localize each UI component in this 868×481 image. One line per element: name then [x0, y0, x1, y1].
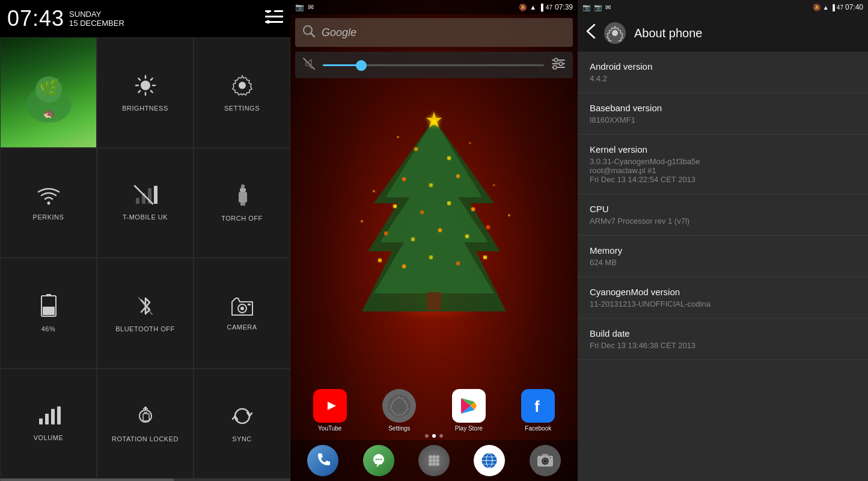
back-button[interactable] — [586, 23, 596, 43]
ap-build-date-value: Fri Dec 13 13:46:38 CET 2013 — [590, 341, 856, 350]
brightness-icon — [133, 73, 157, 101]
ap-memory[interactable]: Memory 624 MB — [578, 236, 868, 277]
svg-point-74 — [483, 256, 487, 259]
page-dot-2[interactable] — [439, 434, 443, 438]
volume-slider[interactable] — [295, 52, 573, 78]
svg-text:🌿: 🌿 — [38, 78, 59, 98]
qs-tile-bluetooth[interactable]: BLUETOOTH OFF — [97, 258, 194, 369]
svg-point-64 — [471, 207, 475, 211]
app-icon-settings[interactable]: Settings — [382, 389, 416, 432]
ap-baseband-title: Baseband version — [590, 103, 856, 113]
svg-line-44 — [311, 33, 314, 37]
ap-build-date[interactable]: Build date Fri Dec 13 13:46:38 CET 2013 — [578, 319, 868, 360]
svg-point-56 — [414, 147, 418, 151]
svg-point-71 — [402, 265, 406, 268]
svg-point-68 — [465, 234, 469, 238]
ap-mail-icon: ✉ — [605, 4, 611, 11]
screenshot-icon: 📷 — [295, 3, 304, 11]
svg-point-77 — [373, 190, 375, 192]
qs-dayname: SUNDAY — [69, 10, 124, 19]
svg-rect-26 — [240, 188, 246, 192]
qs-grid: 🌿 🦔 BRIGHTNE — [0, 37, 290, 479]
app-grid: YouTube Settings — [290, 385, 578, 432]
homescreen-panel: 📷 ✉ 🔕 ▲ ▐ 47 07:39 Google — [290, 0, 578, 481]
qs-tile-settings[interactable]: SETTINGS — [194, 37, 290, 148]
svg-text:🦔: 🦔 — [43, 108, 55, 119]
menu-icon[interactable] — [265, 10, 283, 27]
dock-phone[interactable] — [307, 445, 338, 476]
qs-tile-sonic[interactable]: 🌿 🦔 — [0, 37, 97, 148]
ap-kernel-value: 3.0.31-CyanogenMod-g1f3ba5e root@maclaw.… — [590, 157, 856, 184]
app-icon-playstore[interactable]: Play Store — [452, 389, 486, 432]
ap-cpu[interactable]: CPU ARMv7 Processor rev 1 (v7l) — [578, 194, 868, 236]
volume-icon — [37, 405, 61, 430]
about-phone-title: About phone — [634, 26, 702, 40]
svg-point-66 — [411, 237, 415, 241]
ap-kernel-title: Kernel version — [590, 144, 856, 155]
svg-rect-36 — [248, 304, 251, 305]
settings-icon — [230, 73, 254, 101]
ap-baseband-version[interactable]: Baseband version I8160XXMF1 — [578, 93, 868, 135]
ap-cyanogenmod[interactable]: CyanogenMod version 11-20131213-UNOFFICI… — [578, 277, 868, 319]
svg-point-72 — [429, 256, 433, 259]
qs-tile-perkins[interactable]: PERKINS — [0, 148, 97, 259]
volume-thumb[interactable] — [356, 60, 367, 71]
svg-point-93 — [375, 459, 377, 461]
page-dot-1[interactable] — [432, 434, 436, 438]
facebook-icon-img: f — [521, 389, 555, 423]
ap-baseband-value: I8160XXMF1 — [590, 115, 856, 124]
ap-content[interactable]: Android version 4.4.2 Baseband version I… — [578, 52, 868, 481]
volume-track[interactable] — [323, 64, 544, 66]
ap-memory-value: 624 MB — [590, 258, 856, 267]
svg-point-101 — [436, 459, 439, 462]
page-dot-0[interactable] — [425, 434, 429, 438]
hs-statusbar-right: 🔕 ▲ ▐ 47 07:39 — [519, 3, 573, 11]
qs-tile-torch[interactable]: TORCH OFF — [194, 148, 290, 259]
svg-rect-92 — [375, 463, 382, 464]
wifi-icon — [37, 185, 61, 210]
qs-tile-rotation[interactable]: ROTATION LOCKED — [97, 369, 194, 479]
dock-camera[interactable] — [530, 445, 561, 476]
ap-mute-icon: 🔕 — [813, 4, 821, 11]
dock-browser[interactable] — [474, 445, 505, 476]
wifi-status-icon: ▲ — [530, 4, 536, 11]
no-signal-icon — [133, 185, 157, 210]
svg-point-117 — [612, 30, 618, 36]
qs-date: 15 DECEMBER — [69, 19, 124, 28]
ap-battery-pct: 47 — [837, 4, 843, 11]
qs-tile-brightness[interactable]: BRIGHTNESS — [97, 37, 194, 148]
battery-status: 47 — [546, 4, 552, 11]
google-search-bar[interactable]: Google — [295, 18, 573, 47]
svg-line-45 — [304, 58, 314, 69]
svg-point-51 — [553, 66, 557, 69]
dock-launcher[interactable] — [418, 445, 450, 476]
svg-point-67 — [438, 228, 442, 232]
envelope-icon: ✉ — [308, 3, 314, 11]
volume-adjust-icon[interactable] — [551, 58, 566, 73]
ap-android-version[interactable]: Android version 4.4.2 — [578, 52, 868, 93]
dock-hangouts[interactable] — [363, 445, 394, 476]
app-icon-facebook[interactable]: f Facebook — [521, 389, 555, 432]
svg-point-75 — [397, 136, 399, 138]
qs-tile-volume[interactable]: VOLUME — [0, 369, 97, 479]
svg-text:f: f — [534, 397, 540, 415]
search-text: Google — [322, 26, 356, 39]
settings-app-label: Settings — [388, 425, 410, 432]
app-icon-youtube[interactable]: YouTube — [313, 389, 347, 432]
ap-cpu-title: CPU — [590, 204, 856, 214]
svg-rect-39 — [51, 409, 55, 424]
qs-tile-camera[interactable]: CAMERA — [194, 258, 290, 369]
ap-cyanogenmod-value: 11-20131213-UNOFFICIAL-codina — [590, 299, 856, 308]
qs-tile-tmobile[interactable]: T-MOBILE UK — [97, 148, 194, 259]
qs-tile-battery[interactable]: 46% — [0, 258, 97, 369]
signal-icon: ▐ — [539, 4, 543, 11]
ap-kernel-version[interactable]: Kernel version 3.0.31-CyanogenMod-g1f3ba… — [578, 135, 868, 194]
ap-header: About phone — [578, 14, 868, 52]
ap-camera-icon: 📷 — [594, 4, 602, 11]
youtube-label: YouTube — [318, 425, 341, 432]
settings-tile-label: SETTINGS — [224, 105, 260, 112]
svg-point-57 — [447, 156, 451, 160]
scrollbar[interactable] — [0, 479, 290, 481]
qs-tile-sync[interactable]: SYNC — [194, 369, 290, 479]
page-dots — [290, 432, 578, 440]
